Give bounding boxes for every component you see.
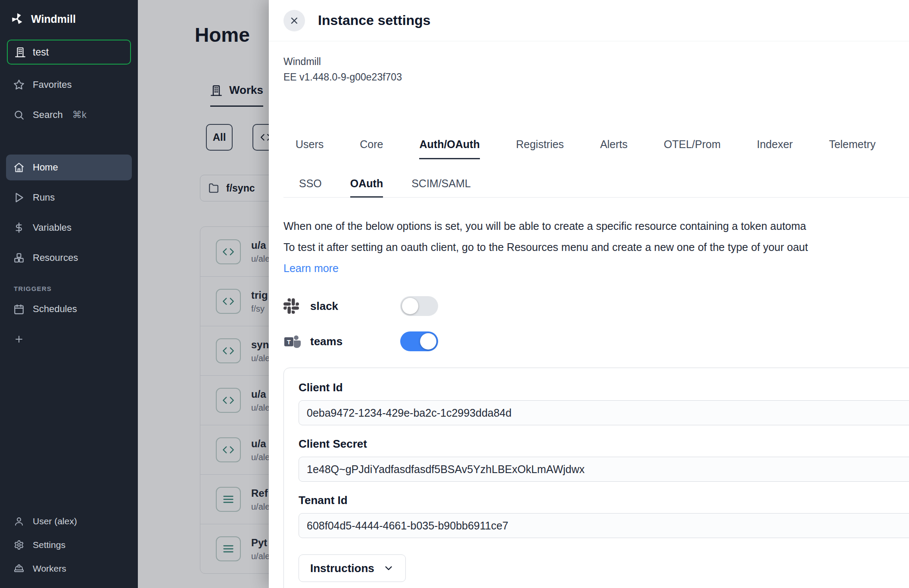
star-icon [13, 79, 25, 91]
sidebar-item-workers[interactable]: Workers [6, 557, 132, 580]
boxes-icon [13, 252, 25, 264]
slack-toggle[interactable] [400, 296, 438, 316]
slack-icon [283, 298, 303, 314]
triggers-section-label: TRIGGERS [14, 285, 124, 292]
sidebar-bottom: User (alex) Settings Workers [0, 509, 138, 588]
tab-auth-oauth[interactable]: Auth/OAuth [419, 138, 479, 159]
svg-text:T: T [287, 339, 291, 346]
client-id-field[interactable] [299, 400, 909, 425]
tab-users[interactable]: Users [296, 138, 324, 159]
search-shortcut: ⌘k [72, 109, 87, 121]
search-icon [13, 109, 25, 121]
subtab-scim-saml[interactable]: SCIM/SAML [411, 177, 471, 198]
workspace-selector[interactable]: test [7, 40, 131, 65]
client-secret-label: Client Secret [299, 437, 909, 451]
tab-otel-prom[interactable]: OTEL/Prom [664, 138, 721, 159]
play-icon [13, 192, 25, 204]
sidebar-item-settings[interactable]: Settings [6, 534, 132, 556]
sidebar-item-label: Resources [33, 252, 78, 263]
sidebar-item-user[interactable]: User (alex) [6, 510, 132, 532]
tenant-id-field[interactable] [299, 513, 909, 538]
teams-icon: T [283, 333, 303, 350]
sidebar-item-resources[interactable]: Resources [6, 245, 132, 271]
drawer-header: Instance settings [269, 0, 909, 41]
subtab-oauth[interactable]: OAuth [350, 177, 383, 198]
sidebar-item-label: Schedules [33, 303, 77, 315]
close-icon [289, 15, 299, 26]
home-icon [13, 161, 25, 173]
building-icon [15, 46, 26, 58]
sidebar-item-runs[interactable]: Runs [6, 185, 132, 210]
sidebar-item-schedules[interactable]: Schedules [6, 296, 132, 322]
dollar-icon [13, 222, 25, 234]
app-title: Windmill [31, 13, 76, 25]
hard-hat-icon [13, 563, 25, 575]
tab-indexer[interactable]: Indexer [757, 138, 793, 159]
user-icon [13, 515, 25, 527]
instructions-button[interactable]: Instructions [299, 554, 406, 582]
tab-registries[interactable]: Registries [516, 138, 564, 159]
chevron-down-icon [383, 563, 394, 574]
workspace-name: test [33, 46, 49, 58]
provider-name: slack [310, 300, 400, 313]
provider-row-slack: slack [283, 294, 909, 319]
oauth-description: When one of the below options is set, yo… [283, 216, 909, 279]
teams-config-box: Client Id Client Secret Tenant Id Instru… [283, 368, 909, 588]
sidebar-item-label: Home [33, 162, 58, 173]
provider-row-teams: T teams [283, 329, 909, 354]
description-line-2: To test it after setting an oauth client… [283, 237, 909, 258]
sidebar-item-label: Search [33, 109, 63, 121]
windmill-logo-icon [10, 12, 24, 26]
learn-more-link[interactable]: Learn more [283, 258, 339, 279]
tenant-id-label: Tenant Id [299, 494, 909, 507]
sidebar-item-favorites[interactable]: Favorites [6, 72, 132, 98]
sidebar-item-label: Workers [33, 563, 66, 574]
tab-alerts[interactable]: Alerts [600, 138, 628, 159]
instance-version: EE v1.448.0-9-g00e23f703 [283, 71, 909, 83]
settings-tabs: Users Core Auth/OAuth Registries Alerts … [296, 138, 909, 159]
teams-toggle[interactable] [400, 331, 438, 351]
provider-name: teams [310, 335, 400, 348]
instructions-button-label: Instructions [310, 562, 374, 575]
client-secret-field[interactable] [299, 457, 909, 482]
instance-app-name: Windmill [283, 56, 909, 68]
drawer-title: Instance settings [318, 12, 430, 28]
sidebar-item-label: Runs [33, 192, 55, 203]
plus-icon [13, 333, 25, 345]
instance-settings-drawer: Instance settings Windmill EE v1.448.0-9… [269, 0, 909, 588]
sidebar-item-label: Settings [33, 540, 65, 550]
add-trigger-button[interactable] [6, 326, 132, 352]
description-line-1: When one of the below options is set, yo… [283, 216, 909, 237]
close-button[interactable] [283, 10, 305, 31]
tab-core[interactable]: Core [360, 138, 383, 159]
tab-telemetry[interactable]: Telemetry [829, 138, 875, 159]
calendar-icon [13, 303, 25, 315]
subtab-sso[interactable]: SSO [299, 177, 322, 198]
sidebar-item-label: Favorites [33, 79, 72, 90]
sidebar: Windmill test Favorites Search ⌘k [0, 0, 138, 588]
sidebar-item-search[interactable]: Search ⌘k [6, 102, 132, 128]
gear-icon [13, 539, 25, 551]
auth-subtabs: SSO OAuth SCIM/SAML [283, 177, 909, 198]
sidebar-item-label: Variables [33, 222, 72, 233]
drawer-body: Windmill EE v1.448.0-9-g00e23f703 Users … [269, 56, 909, 588]
app-logo: Windmill [0, 0, 138, 37]
sidebar-item-variables[interactable]: Variables [6, 215, 132, 241]
sidebar-item-home[interactable]: Home [6, 155, 132, 180]
sidebar-item-label: User (alex) [33, 516, 77, 526]
client-id-label: Client Id [299, 381, 909, 394]
